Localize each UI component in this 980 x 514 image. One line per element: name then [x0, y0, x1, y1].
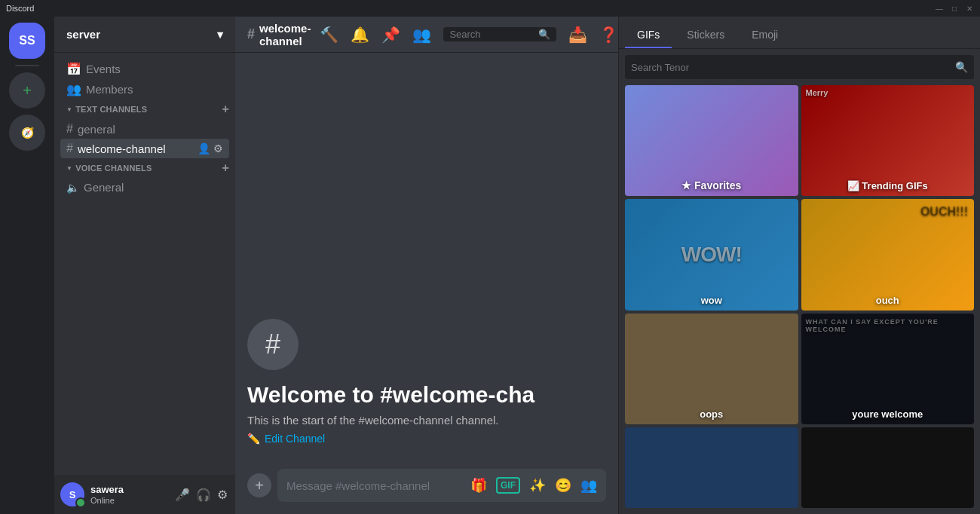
server-sidebar: SS + 🧭 — [0, 17, 54, 514]
voice-channel-general[interactable]: 🔈 General — [60, 178, 229, 197]
text-channels-label: TEXT CHANNELS — [75, 105, 147, 114]
gif-label-oops: oops — [625, 408, 798, 420]
hash-icon-welcome: # — [66, 142, 73, 155]
gif-item-youre-welcome[interactable]: WHAT CAN I SAY EXCEPT YOU'RE WELCOME you… — [801, 314, 975, 424]
gif-button[interactable]: GIF — [496, 477, 520, 494]
edit-channel-button[interactable]: ✏️ Edit Channel — [247, 433, 606, 445]
user-controls: 🎤 🎧 ⚙ — [173, 486, 229, 503]
members-icon[interactable]: 👥 — [412, 26, 431, 44]
avatar: S — [60, 482, 84, 506]
channel-header-name: # welcome-channel — [247, 22, 311, 47]
message-input-box: 🎁 GIF ✨ 😊 👥 — [277, 469, 606, 502]
username: sawera — [90, 484, 167, 496]
text-channels-header[interactable]: ▼ TEXT CHANNELS + — [54, 99, 235, 119]
gif-grid: ★ Favorites Merry 📈 Trending GIFs WOW! w… — [619, 85, 980, 514]
message-input-actions: 🎁 GIF ✨ 😊 👥 — [470, 477, 597, 494]
channel-content: # Welcome to #welcome-cha This is the st… — [235, 53, 618, 469]
gif-label-trending: 📈 Trending GIFs — [801, 180, 975, 191]
search-input[interactable] — [449, 29, 534, 40]
voice-channel-name: General — [84, 181, 124, 194]
message-input-area: + 🎁 GIF ✨ 😊 👥 — [235, 469, 618, 514]
members-label: Members — [86, 83, 223, 96]
window-controls: — □ ✕ — [935, 4, 974, 13]
nav-item-members[interactable]: 👥 Members — [60, 79, 229, 99]
close-button[interactable]: ✕ — [965, 4, 974, 13]
settings-icon[interactable]: ⚙ — [216, 486, 229, 503]
content-area: # welcome-channel 🔨 🔔 📌 👥 🔍 📥 ❓ — [235, 17, 980, 514]
gif-item-extra1[interactable] — [625, 427, 798, 508]
gif-label-wow: wow — [625, 295, 798, 306]
voice-channels-label: VOICE CHANNELS — [75, 164, 152, 173]
channel-list: 📅 Events 👥 Members ▼ TEXT CHANNELS + # g… — [54, 53, 235, 475]
gif-item-extra2[interactable] — [801, 427, 975, 508]
headphone-icon[interactable]: 🎧 — [194, 486, 213, 503]
user-area: S sawera Online 🎤 🎧 ⚙ — [54, 475, 235, 514]
avatar-initials: S — [69, 489, 76, 500]
message-input[interactable] — [286, 479, 470, 492]
plus-icon: + — [23, 82, 32, 99]
events-label: Events — [86, 63, 223, 75]
chevron-down-icon: ▾ — [217, 28, 223, 41]
channel-item-welcome[interactable]: # welcome-channel 👤 ⚙ — [60, 139, 229, 158]
inbox-icon[interactable]: 📥 — [568, 26, 587, 44]
server-header[interactable]: server ▾ — [54, 17, 235, 53]
gif-item-ouch[interactable]: OUCH!!! ouch — [801, 199, 975, 310]
maximize-button[interactable]: □ — [950, 4, 959, 13]
bell-icon[interactable]: 🔔 — [351, 26, 369, 44]
gif-tabs: GIFs Stickers Emoji — [619, 17, 980, 49]
gif-item-favorites[interactable]: ★ Favorites — [625, 85, 798, 196]
settings-icon[interactable]: ⚙ — [213, 142, 223, 155]
app-title: Discord — [6, 4, 34, 13]
microphone-icon[interactable]: 🎤 — [173, 486, 191, 503]
explore-servers-button[interactable]: 🧭 — [9, 115, 45, 151]
header-actions: 🔨 🔔 📌 👥 🔍 📥 ❓ — [320, 26, 618, 44]
user-info: sawera Online — [90, 484, 167, 505]
pencil-icon: ✏️ — [247, 433, 260, 445]
titlebar: Discord — □ ✕ — [0, 0, 980, 17]
channel-name-general: general — [78, 123, 223, 136]
pin-icon[interactable]: 📌 — [381, 26, 400, 44]
active-server-icon[interactable]: SS — [9, 23, 45, 59]
gif-label-welcome: youre welcome — [801, 408, 975, 420]
members-icon: 👥 — [66, 82, 81, 96]
sticker-icon[interactable]: ✨ — [529, 477, 546, 494]
channel-header-label: welcome-channel — [259, 22, 311, 47]
people-icon[interactable]: 👥 — [580, 477, 597, 494]
search-icon: 🔍 — [538, 29, 550, 40]
tab-emoji[interactable]: Emoji — [740, 23, 790, 48]
hash-icon: # — [66, 122, 73, 136]
add-attachment-button[interactable]: + — [247, 473, 271, 497]
emoji-icon[interactable]: 😊 — [555, 477, 571, 494]
hammer-icon[interactable]: 🔨 — [320, 26, 338, 44]
add-server-button[interactable]: + — [9, 72, 45, 109]
nav-item-events[interactable]: 📅 Events — [60, 59, 229, 79]
help-icon[interactable]: ❓ — [599, 26, 618, 44]
gif-search-icon: 🔍 — [955, 61, 968, 73]
collapse-icon: ▼ — [66, 106, 72, 113]
add-text-channel-button[interactable]: + — [222, 102, 229, 116]
add-voice-channel-button[interactable]: + — [222, 161, 229, 175]
gif-item-trending[interactable]: Merry 📈 Trending GIFs — [801, 85, 975, 196]
channel-name-welcome: welcome-channel — [78, 142, 193, 155]
server-divider — [15, 65, 39, 66]
minimize-button[interactable]: — — [935, 4, 944, 13]
tab-stickers[interactable]: Stickers — [675, 23, 737, 48]
voice-channels-header[interactable]: ▼ VOICE CHANNELS + — [54, 158, 235, 178]
channel-header: # welcome-channel 🔨 🔔 📌 👥 🔍 📥 ❓ — [235, 17, 618, 53]
user-invite-icon[interactable]: 👤 — [198, 142, 210, 155]
user-status: Online — [90, 496, 167, 505]
gift-icon[interactable]: 🎁 — [470, 477, 487, 494]
channel-sidebar: server ▾ 📅 Events 👥 Members ▼ TEXT CHANN… — [54, 17, 235, 514]
gif-item-oops[interactable]: oops — [625, 314, 798, 424]
search-bar[interactable]: 🔍 — [443, 27, 556, 41]
hash-symbol: # — [265, 329, 280, 360]
main-content: # welcome-channel 🔨 🔔 📌 👥 🔍 📥 ❓ — [235, 17, 618, 514]
channel-actions: 👤 ⚙ — [198, 142, 223, 155]
channel-item-general[interactable]: # general — [60, 119, 229, 139]
gif-search-bar[interactable]: 🔍 — [625, 55, 974, 79]
welcome-title: Welcome to #welcome-cha — [247, 382, 606, 408]
tab-gifs[interactable]: GIFs — [625, 23, 672, 48]
gif-search-input[interactable] — [631, 62, 951, 73]
gif-item-wow[interactable]: WOW! wow — [625, 199, 798, 310]
compass-icon: 🧭 — [21, 127, 34, 139]
